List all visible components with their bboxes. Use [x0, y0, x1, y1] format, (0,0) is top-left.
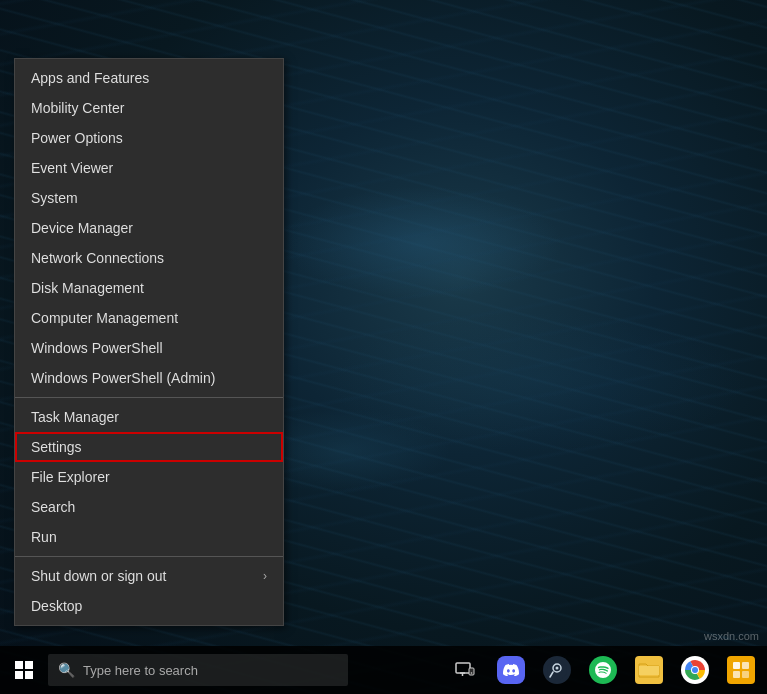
- menu-item-label-settings: Settings: [31, 439, 82, 455]
- menu-item-settings[interactable]: Settings: [15, 432, 283, 462]
- steam-taskbar-icon[interactable]: [535, 648, 579, 692]
- svg-rect-11: [733, 662, 740, 669]
- menu-item-mobility-center[interactable]: Mobility Center: [15, 93, 283, 123]
- menu-item-label-event-viewer: Event Viewer: [31, 160, 113, 176]
- menu-item-event-viewer[interactable]: Event Viewer: [15, 153, 283, 183]
- chrome-icon: [681, 656, 709, 684]
- menu-item-label-run: Run: [31, 529, 57, 545]
- menu-item-label-task-manager: Task Manager: [31, 409, 119, 425]
- svg-point-10: [692, 667, 698, 673]
- menu-item-label-shut-down-sign-out: Shut down or sign out: [31, 568, 166, 584]
- menu-item-search[interactable]: Search: [15, 492, 283, 522]
- spotify-icon: [589, 656, 617, 684]
- taskbar-right: [443, 648, 767, 692]
- chrome-taskbar-icon[interactable]: [673, 648, 717, 692]
- menu-item-label-mobility-center: Mobility Center: [31, 100, 124, 116]
- watermark: wsxdn.com: [704, 630, 759, 642]
- context-menu: Apps and FeaturesMobility CenterPower Op…: [14, 58, 284, 626]
- menu-item-computer-management[interactable]: Computer Management: [15, 303, 283, 333]
- menu-item-label-network-connections: Network Connections: [31, 250, 164, 266]
- menu-item-label-system: System: [31, 190, 78, 206]
- menu-item-label-windows-powershell: Windows PowerShell: [31, 340, 163, 356]
- menu-item-task-manager[interactable]: Task Manager: [15, 402, 283, 432]
- svg-rect-3: [469, 668, 474, 675]
- menu-item-label-search: Search: [31, 499, 75, 515]
- menu-item-apps-features[interactable]: Apps and Features: [15, 63, 283, 93]
- svg-point-4: [471, 672, 473, 674]
- taskbar: 🔍 Type here to search: [0, 646, 767, 694]
- menu-item-power-options[interactable]: Power Options: [15, 123, 283, 153]
- search-placeholder: Type here to search: [83, 663, 198, 678]
- spotify-taskbar-icon[interactable]: [581, 648, 625, 692]
- menu-item-run[interactable]: Run: [15, 522, 283, 552]
- svg-rect-14: [742, 671, 749, 678]
- menu-item-label-file-explorer: File Explorer: [31, 469, 110, 485]
- menu-item-windows-powershell-admin[interactable]: Windows PowerShell (Admin): [15, 363, 283, 393]
- chevron-right-icon: ›: [263, 569, 267, 583]
- menu-item-label-power-options: Power Options: [31, 130, 123, 146]
- menu-item-label-device-manager: Device Manager: [31, 220, 133, 236]
- taskbar-search[interactable]: 🔍 Type here to search: [48, 654, 348, 686]
- svg-rect-13: [733, 671, 740, 678]
- menu-divider: [15, 556, 283, 557]
- windows-store-icon: [727, 656, 755, 684]
- menu-divider: [15, 397, 283, 398]
- menu-item-windows-powershell[interactable]: Windows PowerShell: [15, 333, 283, 363]
- menu-item-label-desktop: Desktop: [31, 598, 82, 614]
- svg-rect-0: [456, 663, 470, 673]
- svg-rect-12: [742, 662, 749, 669]
- folder-icon: [635, 656, 663, 684]
- menu-item-system[interactable]: System: [15, 183, 283, 213]
- steam-icon: [543, 656, 571, 684]
- windows-store-taskbar-icon[interactable]: [719, 648, 763, 692]
- svg-point-7: [556, 667, 559, 670]
- menu-item-label-disk-management: Disk Management: [31, 280, 144, 296]
- menu-item-file-explorer[interactable]: File Explorer: [15, 462, 283, 492]
- monitor-switch-icon[interactable]: [443, 648, 487, 692]
- discord-icon: [497, 656, 525, 684]
- menu-item-device-manager[interactable]: Device Manager: [15, 213, 283, 243]
- windows-logo-icon: [15, 661, 33, 679]
- menu-item-label-apps-features: Apps and Features: [31, 70, 149, 86]
- menu-item-shut-down-sign-out[interactable]: Shut down or sign out›: [15, 561, 283, 591]
- menu-item-label-computer-management: Computer Management: [31, 310, 178, 326]
- folder-taskbar-icon[interactable]: [627, 648, 671, 692]
- menu-item-label-windows-powershell-admin: Windows PowerShell (Admin): [31, 370, 215, 386]
- menu-item-network-connections[interactable]: Network Connections: [15, 243, 283, 273]
- discord-taskbar-icon[interactable]: [489, 648, 533, 692]
- menu-item-desktop[interactable]: Desktop: [15, 591, 283, 621]
- menu-item-disk-management[interactable]: Disk Management: [15, 273, 283, 303]
- start-button[interactable]: [0, 646, 48, 694]
